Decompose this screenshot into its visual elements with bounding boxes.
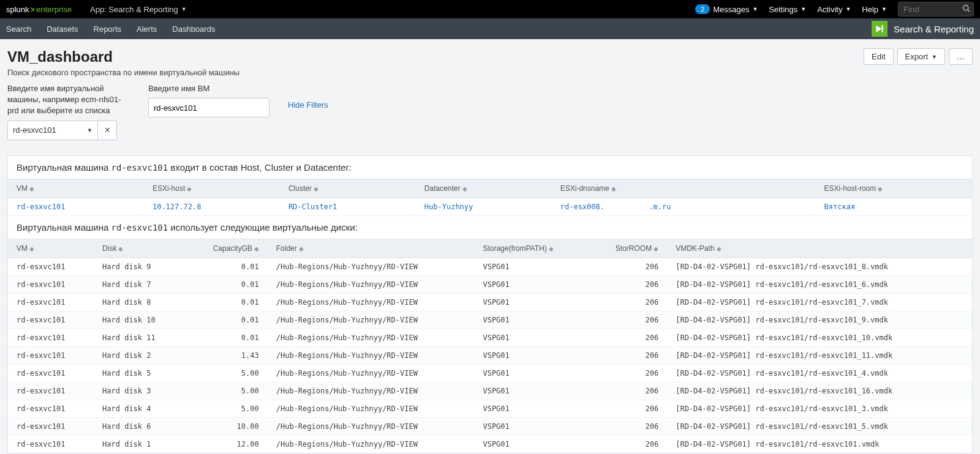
host-cluster-panel: Виртуальная машина rd-esxvc101 входит в … — [7, 155, 973, 454]
col-storage[interactable]: Storage(fromPATH)◆ — [474, 239, 589, 258]
table-row: rd-esxvc101Hard disk 100.01/Hub-Regions/… — [8, 311, 972, 329]
col-folder[interactable]: Folder◆ — [268, 239, 475, 258]
cell-vm[interactable]: rd-esxvc101 — [8, 198, 144, 215]
table-row: rd-esxvc101Hard disk 21.43/Hub-Regions/H… — [8, 346, 972, 364]
vm-text-input[interactable] — [148, 98, 270, 117]
vm-select-clear-button[interactable]: ✕ — [98, 121, 117, 140]
disks-panel-title: Виртуальная машина rd-esxvc101 используе… — [8, 216, 972, 239]
col-disk[interactable]: Disk◆ — [94, 239, 185, 258]
sort-icon: ◆ — [717, 245, 722, 252]
cell-host[interactable]: 10.127.72.8 — [144, 198, 280, 215]
more-button[interactable]: … — [949, 48, 973, 65]
nav-datasets[interactable]: Datasets — [47, 24, 78, 34]
chevron-down-icon: ▼ — [845, 6, 851, 12]
cell-folder: /Hub-Regions/Hub-Yuzhnyy/RD-VIEW — [268, 311, 475, 329]
app-context-dropdown[interactable]: App: Search & Reporting ▼ — [90, 5, 187, 14]
cell-storroom: 206 — [589, 329, 667, 346]
col-esxi-dnsname[interactable]: ESXi-dnsname◆ — [552, 179, 816, 198]
cell-vm: rd-esxvc101 — [8, 293, 94, 311]
chevron-down-icon: ▼ — [87, 127, 92, 133]
cell-vmdk-path: [RD-D4-02-VSPG01] rd-esxvc101/rd-esxvc10… — [667, 293, 972, 311]
table-row: rd-esxvc101Hard disk 112.00/Hub-Regions/… — [8, 435, 972, 453]
cell-storroom: 206 — [589, 258, 667, 275]
edit-button[interactable]: Edit — [864, 48, 893, 65]
host-cluster-table: VM◆ ESXi-host◆ Cluster◆ Datacenter◆ ESXi… — [8, 179, 972, 216]
cell-vmdk-path: [RD-D4-02-VSPG01] rd-esxvc101/rd-esxvc10… — [667, 258, 972, 275]
hide-filters-link[interactable]: Hide Filters — [288, 100, 328, 110]
cell-folder: /Hub-Regions/Hub-Yuzhnyy/RD-VIEW — [268, 400, 475, 417]
activity-menu[interactable]: Activity ▼ — [817, 5, 851, 14]
header-actions: Edit Export ▼ … — [864, 48, 973, 65]
cell-storage: VSPG01 — [474, 329, 589, 346]
title-pre: Виртуальная машина — [17, 162, 111, 173]
title-post: входит в состав Host, Cluster и Datacent… — [168, 162, 351, 173]
cell-folder: /Hub-Regions/Hub-Yuzhnyy/RD-VIEW — [268, 382, 475, 400]
cell-vm: rd-esxvc101 — [8, 382, 94, 400]
col-capacity[interactable]: CapacityGB◆ — [186, 239, 268, 258]
table-row: rd-esxvc101Hard disk 35.00/Hub-Regions/H… — [8, 382, 972, 400]
nav-search[interactable]: Search — [6, 24, 31, 34]
col-vmdk-path[interactable]: VMDK-Path◆ — [667, 239, 972, 258]
cell-capacity: 12.00 — [186, 435, 268, 453]
nav-alerts[interactable]: Alerts — [137, 24, 157, 34]
nav-reports[interactable]: Reports — [94, 24, 122, 34]
app-name-label[interactable]: Search & Reporting — [894, 24, 974, 34]
cell-storage: VSPG01 — [474, 417, 589, 435]
svg-point-0 — [963, 6, 968, 10]
cell-dnsname[interactable]: rd-esx008. .m.ru — [552, 198, 816, 215]
global-topbar: splunk>enterprise App: Search & Reportin… — [0, 0, 980, 18]
table-row: rd-esxvc101Hard disk 45.00/Hub-Regions/H… — [8, 400, 972, 417]
settings-label: Settings — [769, 5, 797, 14]
export-button[interactable]: Export ▼ — [897, 48, 946, 65]
sort-icon: ◆ — [29, 185, 34, 192]
cell-disk: Hard disk 5 — [94, 364, 185, 382]
table-row: rd-esxvc101Hard disk 70.01/Hub-Regions/H… — [8, 275, 972, 293]
vm-select-value: rd-esxvc101 — [13, 125, 56, 135]
col-vm[interactable]: VM◆ — [8, 239, 94, 258]
cell-room[interactable]: Вятская — [816, 198, 972, 215]
app-logo-icon[interactable] — [872, 21, 888, 37]
table-row: rd-esxvc101Hard disk 110.01/Hub-Regions/… — [8, 329, 972, 346]
vm-select-label: Введите имя виртуальной машины, например… — [7, 83, 130, 117]
cell-folder: /Hub-Regions/Hub-Yuzhnyy/RD-VIEW — [268, 364, 475, 382]
col-esxi-host-room[interactable]: ESXi-host-room◆ — [816, 179, 972, 198]
settings-menu[interactable]: Settings ▼ — [769, 5, 806, 14]
messages-label: Messages — [713, 5, 749, 14]
title-vm-name: rd-esxvc101 — [111, 163, 168, 173]
cell-folder: /Hub-Regions/Hub-Yuzhnyy/RD-VIEW — [268, 275, 475, 293]
cell-storroom: 206 — [589, 293, 667, 311]
cell-storroom: 206 — [589, 435, 667, 453]
brand-logo[interactable]: splunk>enterprise — [6, 5, 72, 14]
vm-select-dropdown[interactable]: rd-esxvc101 ▼ — [7, 121, 98, 140]
cell-vmdk-path: [RD-D4-02-VSPG01] rd-esxvc101/rd-esxvc10… — [667, 311, 972, 329]
cell-disk: Hard disk 9 — [94, 258, 185, 275]
sort-icon: ◆ — [29, 245, 34, 252]
page-title: VM_dashboard — [7, 48, 239, 65]
cell-storroom: 206 — [589, 364, 667, 382]
sort-icon: ◆ — [254, 245, 259, 252]
messages-menu[interactable]: 2 Messages ▼ — [695, 4, 758, 14]
nav-dashboards[interactable]: Dashboards — [172, 24, 215, 34]
table-row: rd-esxvc101Hard disk 55.00/Hub-Regions/H… — [8, 364, 972, 382]
cell-vmdk-path: [RD-D4-02-VSPG01] rd-esxvc101/rd-esxvc10… — [667, 364, 972, 382]
col-vm[interactable]: VM◆ — [8, 179, 144, 198]
chevron-down-icon: ▼ — [752, 6, 758, 12]
help-menu[interactable]: Help ▼ — [862, 5, 887, 14]
cell-datacenter[interactable]: Hub-Yuzhnyy — [416, 198, 552, 215]
page-header: VM_dashboard Поиск дискового пространств… — [7, 48, 973, 77]
cell-cluster[interactable]: RD-Cluster1 — [280, 198, 416, 215]
cell-storroom: 206 — [589, 311, 667, 329]
messages-badge: 2 — [695, 4, 710, 14]
col-cluster[interactable]: Cluster◆ — [280, 179, 416, 198]
col-datacenter[interactable]: Datacenter◆ — [416, 179, 552, 198]
col-storroom[interactable]: StorROOM◆ — [589, 239, 667, 258]
cell-storroom: 206 — [589, 417, 667, 435]
col-esxi-host[interactable]: ESXi-host◆ — [144, 179, 280, 198]
cell-disk: Hard disk 6 — [94, 417, 185, 435]
cell-folder: /Hub-Regions/Hub-Yuzhnyy/RD-VIEW — [268, 346, 475, 364]
host-cluster-panel-title: Виртуальная машина rd-esxvc101 входит в … — [8, 156, 972, 179]
search-icon[interactable] — [962, 4, 970, 14]
vm-select-wrapper: rd-esxvc101 ▼ ✕ — [7, 121, 130, 140]
cell-storroom: 206 — [589, 400, 667, 417]
svg-line-1 — [968, 10, 970, 12]
